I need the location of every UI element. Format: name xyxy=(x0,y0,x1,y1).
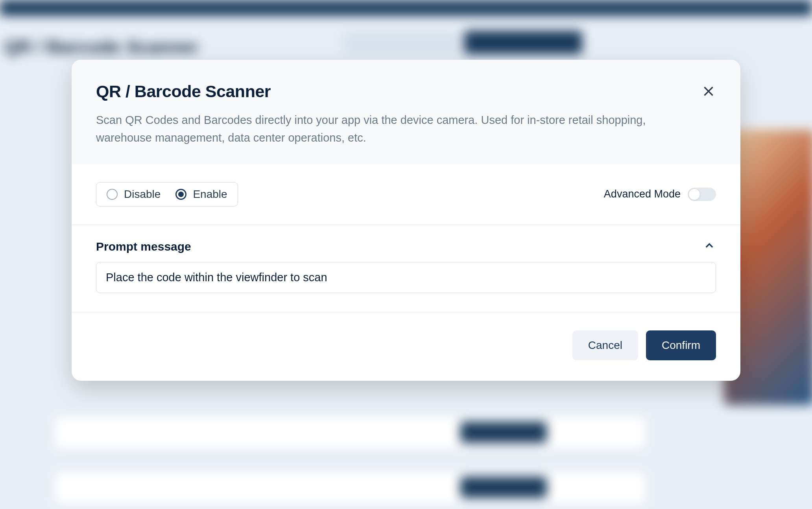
toggle-knob xyxy=(688,188,700,200)
radio-circle-icon xyxy=(175,189,186,200)
radio-option-disable[interactable]: Disable xyxy=(107,188,161,201)
modal-footer: Cancel Confirm xyxy=(72,312,740,381)
section-title: Prompt message xyxy=(96,240,191,253)
prompt-message-section: Prompt message xyxy=(72,225,740,312)
advanced-mode-toggle[interactable] xyxy=(688,188,716,201)
modal-overlay: QR / Barcode Scanner Scan QR Codes and B… xyxy=(0,0,812,509)
modal-header: QR / Barcode Scanner Scan QR Codes and B… xyxy=(72,60,740,164)
confirm-button[interactable]: Confirm xyxy=(646,330,716,360)
advanced-mode-label: Advanced Mode xyxy=(604,188,681,200)
close-button[interactable] xyxy=(700,83,717,100)
cancel-button[interactable]: Cancel xyxy=(572,330,638,360)
section-header: Prompt message xyxy=(96,240,716,253)
collapse-button[interactable] xyxy=(703,240,716,253)
radio-circle-icon xyxy=(107,189,118,200)
modal-title: QR / Barcode Scanner xyxy=(96,82,716,101)
prompt-message-input[interactable] xyxy=(96,262,716,293)
radio-label-disable: Disable xyxy=(124,188,161,201)
advanced-mode-control: Advanced Mode xyxy=(604,188,716,201)
modal-body: Disable Enable Advanced Mode Prompt xyxy=(72,164,740,312)
enable-disable-radio-group: Disable Enable xyxy=(96,182,238,207)
radio-option-enable[interactable]: Enable xyxy=(175,188,227,201)
controls-row: Disable Enable Advanced Mode xyxy=(72,164,740,225)
qr-barcode-modal: QR / Barcode Scanner Scan QR Codes and B… xyxy=(72,60,740,381)
chevron-up-icon xyxy=(704,240,715,253)
modal-description: Scan QR Codes and Barcodes directly into… xyxy=(96,111,663,147)
radio-label-enable: Enable xyxy=(193,188,227,201)
close-icon xyxy=(701,84,716,100)
